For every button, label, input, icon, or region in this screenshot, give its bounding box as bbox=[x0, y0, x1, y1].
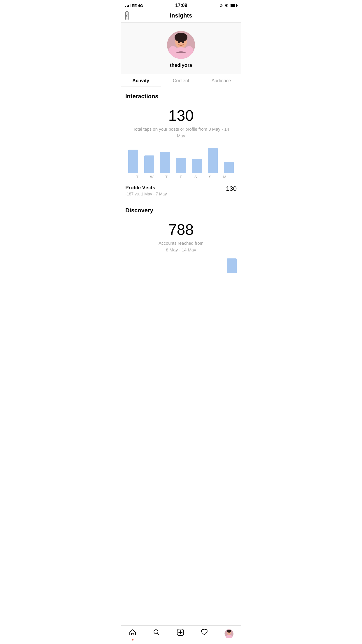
discovery-title: Discovery bbox=[121, 201, 241, 216]
profile-visits-left: Profile Visits -187 vs. 1 May - 7 May bbox=[125, 185, 167, 196]
day-label-3: F bbox=[176, 175, 186, 179]
day-label-5: S bbox=[205, 175, 215, 179]
page-title: Insights bbox=[170, 12, 192, 19]
lock-icon: ⊙ bbox=[219, 4, 223, 8]
tabs-bar: Activity Content Audience bbox=[121, 74, 241, 87]
discovery-bar-col bbox=[227, 258, 237, 273]
svg-point-5 bbox=[184, 46, 194, 58]
interactions-chart: T W T F S S M bbox=[121, 139, 241, 179]
bar-labels-row: T W T F S S M bbox=[125, 173, 237, 179]
carrier-label: EE bbox=[132, 4, 137, 8]
status-bar: EE 4G 17:09 ⊙ ✱ bbox=[121, 0, 241, 10]
bar-4 bbox=[192, 159, 202, 173]
tab-activity[interactable]: Activity bbox=[121, 74, 161, 87]
svg-point-4 bbox=[168, 46, 178, 58]
network-label: 4G bbox=[138, 4, 143, 8]
discovery-section: Discovery 788 Accounts reached from8 May… bbox=[121, 201, 241, 279]
bar-col-6 bbox=[224, 162, 234, 173]
bar-6 bbox=[224, 162, 234, 173]
bar-col-0 bbox=[128, 150, 138, 173]
interactions-section: Interactions 130 Total taps on your post… bbox=[121, 87, 241, 201]
discovery-bars-area bbox=[125, 256, 237, 273]
tab-audience[interactable]: Audience bbox=[201, 74, 241, 87]
bar-1 bbox=[144, 155, 154, 173]
interactions-desc: Total taps on your posts or profile from… bbox=[121, 126, 241, 139]
day-label-2: T bbox=[161, 175, 171, 179]
signal-icon bbox=[125, 4, 131, 7]
interactions-title: Interactions bbox=[121, 87, 241, 102]
interactions-total: 130 bbox=[121, 107, 241, 124]
discovery-total: 788 bbox=[121, 221, 241, 238]
nav-header: ‹ Insights bbox=[121, 10, 241, 23]
status-left: EE 4G bbox=[125, 4, 143, 8]
battery-icon bbox=[230, 4, 237, 7]
day-label-6: M bbox=[220, 175, 230, 179]
bar-3 bbox=[176, 158, 186, 173]
profile-section: thediyora bbox=[121, 23, 241, 74]
bar-5 bbox=[208, 148, 218, 173]
day-label-4: S bbox=[191, 175, 201, 179]
bar-2 bbox=[160, 152, 170, 173]
svg-point-2 bbox=[175, 33, 187, 42]
username: thediyora bbox=[170, 62, 192, 68]
bar-col-2 bbox=[160, 152, 170, 173]
profile-visits-row: Profile Visits -187 vs. 1 May - 7 May 13… bbox=[121, 179, 241, 201]
profile-visits-value: 130 bbox=[226, 185, 237, 192]
bar-col-5 bbox=[208, 148, 218, 173]
day-label-1: W bbox=[147, 175, 157, 179]
status-right: ⊙ ✱ bbox=[219, 3, 237, 8]
discovery-desc: Accounts reached from8 May - 14 May bbox=[121, 240, 241, 253]
discovery-bar-0 bbox=[227, 258, 237, 273]
avatar bbox=[167, 31, 195, 59]
bar-0 bbox=[128, 150, 138, 173]
back-button[interactable]: ‹ bbox=[125, 11, 129, 20]
svg-point-6 bbox=[178, 41, 180, 43]
time-label: 17:09 bbox=[175, 3, 187, 8]
profile-visits-sub: -187 vs. 1 May - 7 May bbox=[125, 192, 167, 196]
discovery-chart bbox=[121, 256, 241, 273]
bar-col-1 bbox=[144, 155, 154, 173]
tab-content[interactable]: Content bbox=[161, 74, 201, 87]
bottom-spacer bbox=[121, 279, 241, 302]
bar-col-3 bbox=[176, 158, 186, 173]
bars-area bbox=[125, 144, 237, 173]
day-label-0: T bbox=[132, 175, 142, 179]
bluetooth-icon: ✱ bbox=[224, 3, 228, 8]
svg-point-7 bbox=[182, 41, 184, 43]
profile-visits-label: Profile Visits bbox=[125, 185, 167, 191]
bar-col-4 bbox=[192, 159, 202, 173]
avatar-image bbox=[167, 31, 195, 59]
content-area: Interactions 130 Total taps on your post… bbox=[121, 87, 241, 302]
